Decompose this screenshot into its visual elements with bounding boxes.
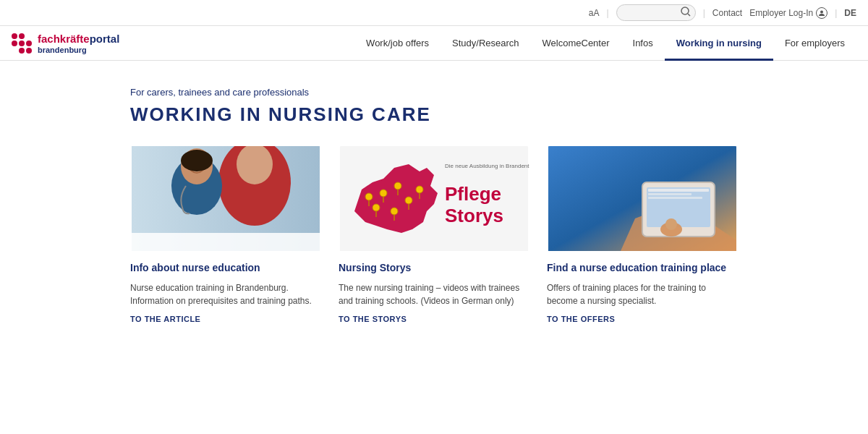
svg-rect-10 [132, 233, 320, 251]
employer-login-label: Employer Log-In [749, 8, 813, 18]
card-body-training: Find a nurse education training place Of… [547, 251, 738, 329]
svg-line-1 [688, 14, 690, 16]
svg-point-36 [665, 218, 677, 230]
card-nurse-education: Info about nurse education Nurse educati… [130, 146, 321, 329]
dot-3 [26, 33, 32, 39]
logo-line1: fachkräfteportal [38, 33, 119, 46]
svg-point-16 [405, 197, 412, 204]
nav-item-study[interactable]: Study/Research [441, 26, 531, 61]
svg-rect-34 [648, 197, 702, 199]
logo-dots [12, 33, 32, 54]
nav-list: Work/job offers Study/Research WelcomeCe… [354, 26, 856, 61]
svg-point-2 [820, 10, 823, 13]
contact-link[interactable]: Contact [712, 8, 742, 18]
card-link-storys[interactable]: TO THE STORYS [339, 315, 529, 323]
nav-item-work[interactable]: Work/job offers [354, 26, 441, 61]
card-text-nurse: Nurse education training in Brandenburg.… [130, 281, 321, 307]
card-link-training[interactable]: TO THE OFFERS [547, 315, 738, 323]
card-link-nurse[interactable]: TO THE ARTICLE [130, 315, 321, 323]
svg-point-20 [391, 208, 398, 215]
dot-4 [12, 41, 17, 46]
dot-2 [19, 33, 25, 39]
svg-point-22 [416, 186, 423, 193]
page-title: WORKING IN NURSING CARE [130, 103, 738, 126]
nav-item-welcome[interactable]: WelcomeCenter [531, 26, 621, 61]
logo-bottom: brandenburg [38, 46, 119, 54]
svg-point-18 [373, 204, 380, 211]
card-find-training: Find a nurse education training place Of… [547, 146, 738, 329]
search-input[interactable] [623, 8, 681, 18]
svg-text:Pflege: Pflege [445, 183, 501, 205]
separator-1: | [607, 8, 609, 18]
card-body-storys: Nursing Storys The new nursing training … [339, 251, 529, 329]
svg-point-0 [681, 7, 689, 14]
card-body-nurse: Info about nurse education Nurse educati… [130, 251, 321, 329]
card-title-training: Find a nurse education training place [547, 261, 738, 274]
svg-text:Storys: Storys [445, 205, 503, 226]
main-nav: fachkräfteportal brandenburg Work/job of… [0, 26, 868, 61]
logo-text-block: fachkräfteportal brandenburg [38, 33, 119, 54]
card-title-storys: Nursing Storys [339, 261, 529, 274]
svg-point-9 [181, 150, 213, 171]
card-nursing-storys: Die neue Ausbildung in Brandent Pflege S… [339, 146, 529, 329]
svg-text:Die neue Ausbildung in Branden: Die neue Ausbildung in Brandent [445, 163, 529, 169]
dot-7 [12, 48, 17, 54]
logo-top: fachkräfteportal [38, 33, 119, 45]
top-bar: aA | | Contact Employer Log-In | DE [0, 0, 868, 26]
card-image-tablet [547, 146, 738, 251]
dot-8 [19, 48, 25, 54]
card-title-nurse: Info about nurse education [130, 261, 321, 274]
cards-container: Info about nurse education Nurse educati… [130, 146, 738, 329]
nav-item-nursing[interactable]: Working in nursing [665, 26, 773, 61]
separator-2: | [703, 8, 705, 18]
employer-login-link[interactable]: Employer Log-In [749, 7, 827, 19]
svg-rect-32 [648, 189, 709, 192]
svg-point-14 [394, 182, 401, 190]
nav-item-infos[interactable]: Infos [621, 26, 665, 61]
person-icon [816, 7, 827, 19]
card-text-storys: The new nursing training – videos with t… [339, 281, 529, 307]
svg-point-24 [365, 193, 373, 200]
svg-point-12 [380, 190, 387, 197]
font-size-label[interactable]: aA [589, 8, 600, 18]
card-image-map: Die neue Ausbildung in Brandent Pflege S… [339, 146, 529, 251]
card-image-nurse [130, 146, 321, 251]
card-text-training: Offers of training places for the traini… [547, 281, 738, 307]
dot-9 [26, 48, 32, 54]
dot-1 [12, 33, 17, 39]
logo[interactable]: fachkräfteportal brandenburg [12, 33, 119, 54]
dot-6 [26, 41, 32, 46]
dot-5 [19, 41, 25, 46]
page-subtitle: For carers, trainees and care profession… [130, 87, 738, 98]
separator-3: | [835, 8, 837, 18]
search-wrapper [616, 4, 696, 21]
search-button[interactable] [681, 7, 691, 19]
language-selector[interactable]: DE [844, 8, 856, 18]
nav-item-employers[interactable]: For employers [773, 26, 856, 61]
main-content: For carers, trainees and care profession… [0, 61, 868, 344]
svg-rect-33 [648, 193, 692, 195]
